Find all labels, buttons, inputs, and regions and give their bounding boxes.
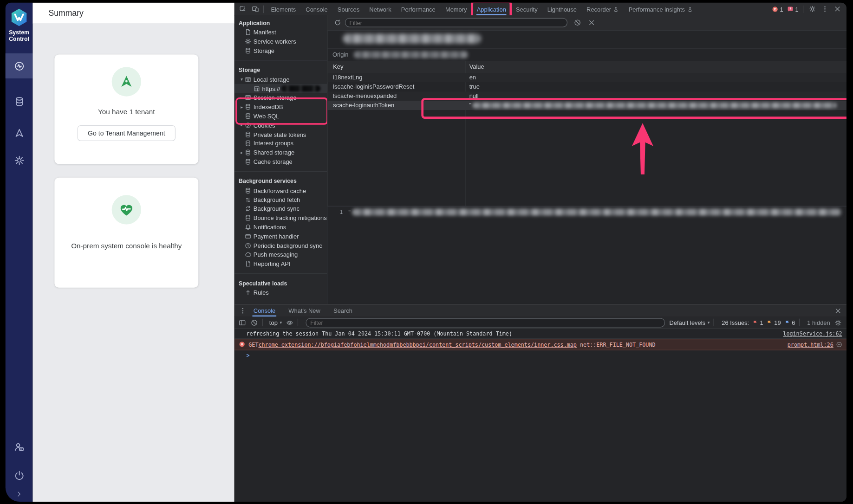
issue-count[interactable]: 19 <box>767 319 781 326</box>
tree-item[interactable]: Bounce tracking mitigations <box>234 213 327 223</box>
sidebar-item-settings[interactable] <box>6 148 33 173</box>
devtools-tab[interactable]: Network <box>365 3 396 15</box>
hidden-messages-label[interactable]: 1 hidden <box>807 319 830 326</box>
tree-item[interactable]: Interest groups <box>234 139 327 148</box>
session-storage-table-icon <box>245 95 254 101</box>
disclosure-arrow[interactable]: ▸ <box>239 150 245 155</box>
tree-item[interactable]: Notifications <box>234 223 327 232</box>
sidebar-expand-toggle[interactable] <box>6 486 33 502</box>
kebab-menu-icon[interactable] <box>820 5 829 13</box>
log-text: refreshing the session Thu Jan 04 2024 1… <box>247 330 512 336</box>
tree-item[interactable]: Background fetch <box>234 195 327 204</box>
log-levels-dropdown[interactable]: Default levels ▾ <box>670 319 710 326</box>
storage-table-row[interactable]: lscache-menuexpanded null <box>327 91 846 101</box>
go-to-tenant-management-button[interactable]: Go to Tenant Management <box>78 125 176 141</box>
sidebar-item-logout[interactable] <box>6 463 33 488</box>
console-prompt-row[interactable]: > <box>234 350 846 361</box>
issue-count[interactable]: 1 <box>752 319 763 326</box>
error-count-badge[interactable]: 1 <box>772 6 783 12</box>
drawer-tab[interactable]: Console <box>247 304 282 317</box>
context-selector[interactable]: top ▾ <box>269 319 282 326</box>
close-devtools-icon[interactable] <box>833 5 842 13</box>
shared-storage-icon <box>245 149 254 156</box>
tree-item[interactable]: https:// <box>234 84 327 93</box>
redacted-url-blur <box>281 85 321 91</box>
reporting-api-icon <box>245 260 254 267</box>
devtools-tabs: Elements Console Sources Network Perform… <box>266 3 697 15</box>
storage-table-row[interactable]: lscache-loginisPasswordReset true <box>327 82 846 91</box>
drawer-tab[interactable]: Search <box>327 304 359 317</box>
summary-header: Summary <box>33 3 234 24</box>
sidebar-item-storage[interactable] <box>6 89 33 114</box>
devtools-tab[interactable]: Application <box>472 3 511 15</box>
delete-selected-icon[interactable] <box>587 18 596 27</box>
console-toolbar: top ▾ Default levels ▾ 26 Issues: <box>234 317 846 329</box>
tree-item[interactable]: Background sync <box>234 204 327 213</box>
tree-item[interactable]: Cache storage <box>234 157 327 167</box>
close-drawer-icon[interactable] <box>833 306 842 315</box>
tree-item[interactable]: Storage <box>234 46 327 55</box>
tree-item[interactable]: Rules <box>234 288 327 297</box>
chevron-right-icon <box>16 491 22 498</box>
clear-console-icon[interactable] <box>250 318 259 327</box>
drawer-tab[interactable]: What's New <box>282 304 327 317</box>
tree-item[interactable]: ▸ Shared storage <box>234 148 327 157</box>
clear-all-icon[interactable] <box>573 18 582 27</box>
disclosure-arrow[interactable]: ▸ <box>239 104 245 110</box>
activity-pulse-icon <box>14 61 24 71</box>
console-filter-input[interactable] <box>306 318 665 327</box>
storage-table-row[interactable]: i18nextLng en <box>327 73 846 82</box>
tree-item[interactable]: Periodic background sync <box>234 241 327 250</box>
health-icon-circle <box>112 195 141 224</box>
tree-item[interactable]: ▸ Session storage <box>234 93 327 103</box>
tree-item[interactable]: Web SQL <box>234 111 327 121</box>
tree-item[interactable]: Private state tokens <box>234 130 327 139</box>
devtools-tab[interactable]: Memory <box>440 3 472 15</box>
devtools-tab[interactable]: Performance <box>396 3 440 15</box>
devtools-tab[interactable]: Recorder <box>581 3 624 15</box>
disclosure-arrow[interactable]: ▸ <box>239 123 245 128</box>
tree-item[interactable]: ▸ Cookies <box>234 121 327 130</box>
devtools-tab[interactable]: Lighthouse <box>542 3 581 15</box>
drawer-kebab-menu-icon[interactable] <box>238 306 247 315</box>
disclosure-arrow[interactable]: ▾ <box>239 77 245 82</box>
storage-table-row[interactable]: scache-loginauthToken " <box>327 101 846 110</box>
storage-filter-input[interactable] <box>345 18 567 27</box>
sidebar-item-tenants[interactable] <box>6 120 33 145</box>
devtools-tab[interactable]: Sources <box>332 3 365 15</box>
key-column-header[interactable]: Key <box>333 63 343 70</box>
source-link[interactable]: prompt.html:26 <box>788 342 833 348</box>
value-column-header[interactable]: Value <box>469 63 484 70</box>
refresh-icon[interactable] <box>333 18 342 27</box>
tree-item[interactable]: Back/forward cache <box>234 186 327 195</box>
inspect-element-icon[interactable] <box>238 5 247 13</box>
sidebar-item-account[interactable] <box>6 434 33 459</box>
devtools-tab[interactable]: Performance insights <box>624 3 697 15</box>
live-expression-eye-icon[interactable] <box>285 318 294 327</box>
tree-item[interactable]: Payment handler <box>234 232 327 241</box>
console-sidebar-toggle-icon[interactable] <box>238 318 247 327</box>
tree-section-background-services: Background services Back/forward cache B… <box>234 171 327 268</box>
source-link[interactable]: loginService.js:62 <box>783 330 842 336</box>
tree-section-header: Background services <box>234 177 327 186</box>
back-forward-cache-icon <box>245 187 254 194</box>
settings-gear-icon[interactable] <box>808 5 817 13</box>
disclosure-arrow[interactable]: ▸ <box>239 95 245 100</box>
sidebar-item-summary[interactable] <box>6 53 33 78</box>
error-url-link[interactable]: chrome-extension://bfogiafebfohielmmehod… <box>258 342 576 348</box>
tree-item[interactable]: ▸ IndexedDB <box>234 102 327 111</box>
tree-item[interactable]: Manifest <box>234 28 327 37</box>
devtools-tab[interactable]: Security <box>511 3 542 15</box>
devtools-tab[interactable]: Console <box>301 3 333 15</box>
origin-label: Origin <box>332 51 348 58</box>
devtools-tab[interactable]: Elements <box>266 3 301 15</box>
tree-item[interactable]: Push messaging <box>234 250 327 259</box>
tree-item[interactable]: ▾ Local storage <box>234 75 327 84</box>
device-toolbar-icon[interactable] <box>251 5 260 13</box>
divider <box>263 5 264 13</box>
tree-item[interactable]: Service workers <box>234 37 327 46</box>
issue-count[interactable]: 6 <box>784 319 795 326</box>
issues-count-badge[interactable]: 1 <box>787 6 799 12</box>
console-settings-gear-icon[interactable] <box>833 318 842 327</box>
tree-item[interactable]: Reporting API <box>234 259 327 268</box>
